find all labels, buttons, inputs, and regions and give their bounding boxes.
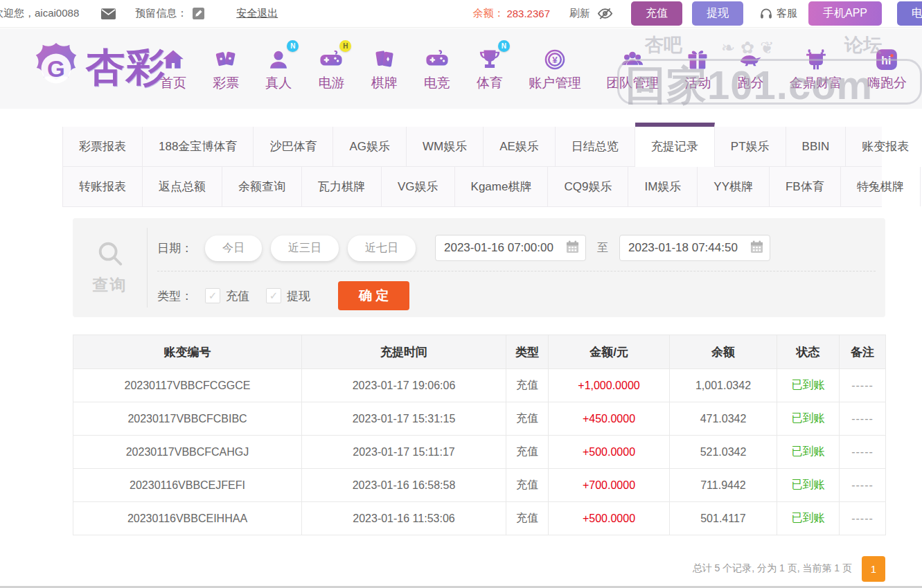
nav-item-label: 真人: [265, 74, 292, 92]
nav-item-activity-gift[interactable]: 活动: [682, 45, 713, 92]
quick-range-group: 今日近三日近七日: [205, 235, 416, 261]
pagination: 总计 5 个记录, 分为 1 页, 当前第 1 页 1: [73, 555, 885, 582]
team-users-icon: [619, 45, 646, 71]
tab-WM娱乐[interactable]: WM娱乐: [407, 127, 484, 166]
logout-link[interactable]: 安全退出: [236, 7, 278, 20]
svg-text:¥: ¥: [552, 55, 558, 65]
type-option-充值[interactable]: ✓充值: [205, 288, 249, 304]
nav-item-label: 嗨跑分: [867, 74, 907, 92]
calendar-icon[interactable]: [750, 240, 763, 256]
cell-record-id: 20230116VBBCEIHHAA: [73, 502, 302, 535]
tab-FB体育[interactable]: FB体育: [770, 167, 841, 206]
tab-BBIN[interactable]: BBIN: [786, 127, 846, 166]
column-header: 账变编号: [73, 335, 302, 369]
tab-AE娱乐[interactable]: AE娱乐: [484, 127, 556, 166]
nav-item-esports-gamepad[interactable]: 电竞: [422, 45, 452, 92]
slots-gamepad-icon: H: [317, 45, 345, 71]
tabs-row-2: 转账报表返点总额余额查询瓦力棋牌VG娱乐Kgame棋牌CQ9娱乐IM娱乐YY棋牌…: [62, 167, 882, 207]
nav-item-paofen-rhino[interactable]: 跑分: [736, 45, 766, 92]
report-tabs: 彩票报表188金宝博体育沙巴体育AG娱乐WM娱乐AE娱乐日结总览充提记录PT娱乐…: [62, 127, 882, 207]
tab-瓦力棋牌[interactable]: 瓦力棋牌: [302, 167, 382, 206]
tab-余额查询[interactable]: 余额查询: [222, 167, 302, 206]
confirm-button[interactable]: 确 定: [338, 281, 409, 310]
tab-彩票报表[interactable]: 彩票报表: [62, 127, 143, 166]
nav-item-hi-paofen-app[interactable]: hi嗨跑分: [866, 45, 908, 92]
tab-返点总额[interactable]: 返点总额: [143, 167, 222, 206]
recharge-button[interactable]: 充值: [631, 1, 682, 26]
cell-balance: 471.0342: [670, 402, 777, 436]
pc-version-button[interactable]: 电脑: [897, 1, 922, 26]
nav-item-sports-trophy[interactable]: N体育: [475, 45, 505, 92]
eye-off-icon[interactable]: [597, 6, 613, 21]
tab-188金宝博体育[interactable]: 188金宝博体育: [143, 127, 254, 166]
home-icon: [159, 45, 187, 71]
nav-item-slots-gamepad[interactable]: H电游: [316, 45, 346, 92]
type-option-label: 充值: [226, 288, 249, 304]
cell-status: 已到账: [777, 402, 840, 436]
tab-沙巴体育[interactable]: 沙巴体育: [254, 127, 333, 166]
cell-status: 已到账: [777, 369, 840, 402]
message-envelope-icon[interactable]: [101, 8, 116, 19]
nav-item-label: 跑分: [738, 74, 764, 92]
tab-账变报表[interactable]: 账变报表: [846, 127, 922, 166]
tab-CQ9娱乐[interactable]: CQ9娱乐: [548, 167, 628, 206]
edit-icon[interactable]: [193, 8, 204, 19]
cell-type: 充值: [506, 469, 549, 502]
table-header-row: 账变编号充提时间类型金额/元余额状态备注: [73, 335, 886, 369]
type-option-提现[interactable]: ✓提现: [266, 288, 310, 304]
activity-gift-icon: [684, 45, 711, 71]
brand-logo[interactable]: G 杏彩: [29, 41, 166, 95]
topbar-right: 余额： 283.2367 刷新 充值 提现 客服 手机APP 电脑: [472, 1, 922, 26]
tab-转账报表[interactable]: 转账报表: [62, 167, 143, 206]
nav-item-label: 金鼎财富: [790, 74, 842, 92]
type-option-label: 提现: [287, 288, 310, 304]
checkbox-icon[interactable]: ✓: [266, 288, 281, 303]
tab-PT娱乐[interactable]: PT娱乐: [715, 127, 786, 166]
nav-item-lottery-ticket[interactable]: 彩票: [211, 45, 241, 92]
cell-balance: 521.0342: [670, 436, 777, 469]
calendar-icon[interactable]: [566, 240, 579, 256]
table-body: 20230117VBBCFCGGCE2023-01-17 19:06:06充值+…: [73, 369, 886, 535]
quick-range-近三日[interactable]: 近三日: [271, 235, 339, 261]
checkbox-icon[interactable]: ✓: [205, 288, 220, 303]
refresh-link[interactable]: 刷新: [569, 7, 590, 20]
cell-record-id: 20230116VBBCEJFEFI: [73, 469, 302, 502]
cell-record-id: 20230117VBBCFCGGCE: [73, 369, 302, 402]
nav-item-golden-tripod[interactable]: 金鼎财富: [788, 45, 844, 92]
tab-IM娱乐[interactable]: IM娱乐: [628, 167, 698, 206]
nav-item-label: 电游: [318, 74, 344, 92]
mobile-app-button[interactable]: 手机APP: [808, 1, 882, 26]
date-to-input[interactable]: [628, 241, 750, 255]
filter-panel: 查询 日期： 今日近三日近七日 至: [73, 218, 885, 317]
tab-VG娱乐[interactable]: VG娱乐: [382, 167, 455, 206]
tab-充提记录[interactable]: 充提记录: [635, 123, 715, 167]
tab-YY棋牌[interactable]: YY棋牌: [698, 167, 770, 206]
quick-range-今日[interactable]: 今日: [205, 235, 262, 261]
lottery-ticket-icon: [212, 45, 240, 71]
nav-item-label: 体育: [477, 74, 503, 92]
navband: G 杏彩 首页彩票N真人H电游棋牌电竞N体育¥账户管理团队管理活动跑分金鼎财富h…: [0, 28, 922, 109]
golden-tripod-icon: [802, 45, 830, 71]
tab-日结总览[interactable]: 日结总览: [556, 127, 635, 166]
nav-item-home[interactable]: 首页: [158, 45, 188, 92]
nav-item-team-users[interactable]: 团队管理: [605, 45, 660, 92]
tab-AG娱乐[interactable]: AG娱乐: [333, 127, 407, 166]
tab-Kgame棋牌[interactable]: Kgame棋牌: [455, 167, 549, 206]
brand-name: 杏彩: [86, 42, 166, 94]
date-from-input[interactable]: [444, 241, 566, 255]
nav-item-live-casino[interactable]: N真人: [263, 45, 294, 92]
cell-type: 充值: [506, 436, 549, 469]
svg-text:G: G: [47, 56, 65, 82]
cell-record-id: 20230117VBBCFCAHGJ: [73, 436, 302, 469]
nav-item-account-coin[interactable]: ¥账户管理: [527, 45, 583, 92]
customer-service-link[interactable]: 客服: [756, 7, 797, 21]
page-1-button[interactable]: 1: [862, 556, 885, 582]
quick-range-近七日[interactable]: 近七日: [348, 235, 416, 261]
date-filter-row: 日期： 今日近三日近七日 至: [157, 229, 874, 267]
cell-time: 2023-01-16 16:58:58: [302, 469, 506, 502]
table-row: 20230117VBBCFCBIBC2023-01-17 15:31:15充值+…: [73, 402, 886, 436]
nav-item-card-games[interactable]: 棋牌: [369, 45, 400, 92]
cell-balance: 501.4117: [670, 502, 777, 535]
withdraw-button[interactable]: 提现: [692, 1, 743, 26]
tab-特兔棋牌[interactable]: 特兔棋牌: [841, 167, 921, 206]
